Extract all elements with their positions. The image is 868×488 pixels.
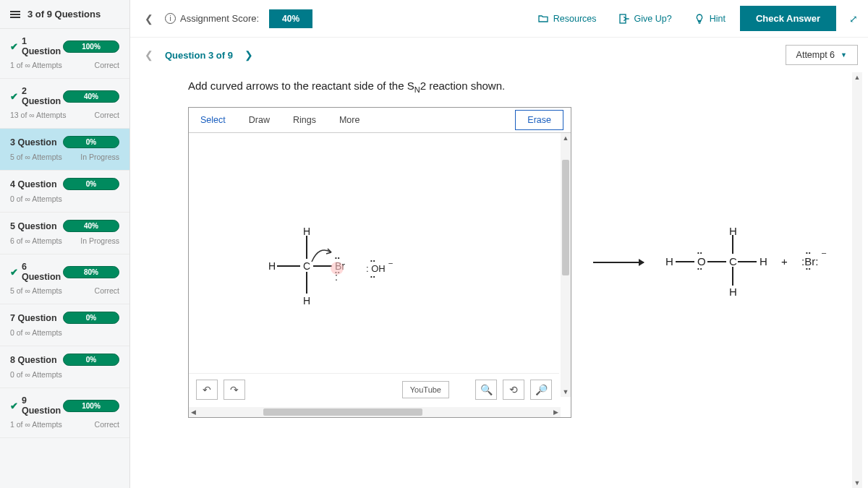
question-prompt: Add curved arrows to the reactant side o… — [188, 80, 846, 94]
hydroxide: •• : OH •• – — [366, 263, 386, 275]
bulb-icon — [694, 13, 705, 25]
svg-rect-0 — [620, 14, 626, 23]
status-label: In Progress — [80, 236, 119, 245]
bond-right — [313, 265, 332, 267]
tab-draw[interactable]: Draw — [237, 108, 281, 132]
check-icon: ✔ — [10, 267, 18, 278]
attempts-label: 0 of ∞ Attempts — [10, 328, 62, 337]
check-answer-button[interactable]: Check Answer — [740, 6, 836, 31]
prod-h1: H — [665, 255, 673, 267]
youtube-button[interactable]: YouTube — [402, 381, 449, 398]
attempt-dropdown[interactable]: Attempt 6 ▼ — [786, 45, 858, 65]
sidebar-item-q6[interactable]: ✔6 Question80%5 of ∞ AttemptsCorrect — [0, 254, 129, 304]
sidebar-item-q5[interactable]: 5 Question40%6 of ∞ AttemptsIn Progress — [0, 213, 129, 254]
percent-pill: 40% — [63, 90, 119, 103]
scroll-left-icon[interactable]: ◀ — [189, 408, 198, 416]
status-label: Correct — [95, 420, 119, 429]
give-up-button[interactable]: Give Up? — [611, 9, 679, 29]
percent-pill: 100% — [63, 400, 119, 412]
sidebar-item-q9[interactable]: ✔9 Question100%1 of ∞ AttemptsCorrect — [0, 388, 129, 438]
resources-button[interactable]: Resources — [530, 9, 604, 29]
exit-icon — [618, 13, 630, 25]
check-icon: ✔ — [10, 401, 18, 411]
negative-charge: – — [388, 259, 393, 267]
canvas-horizontal-scrollbar[interactable]: ◀ ▶ — [189, 407, 561, 417]
attempts-label: 0 of ∞ Attempts — [10, 194, 62, 203]
question-number-label: Question 3 of 9 — [165, 50, 233, 61]
attempts-label: 6 of ∞ Attempts — [10, 236, 62, 245]
content-scroll-down-icon[interactable]: ▼ — [853, 478, 862, 488]
vscroll-thumb[interactable] — [562, 160, 569, 275]
percent-pill: 0% — [63, 312, 119, 324]
editor-toolbar: Select Draw Rings More Erase — [189, 108, 571, 133]
percent-pill: 100% — [63, 40, 119, 53]
attempts-label: 0 of ∞ Attempts — [10, 370, 62, 379]
sidebar-item-q7[interactable]: 7 Question0%0 of ∞ Attempts — [0, 304, 129, 346]
redo-button[interactable]: ↷ — [224, 380, 245, 400]
curved-arrow — [308, 244, 337, 265]
sidebar-item-q1[interactable]: ✔1 Question100%1 of ∞ AttemptsCorrect — [0, 29, 129, 79]
drawing-canvas[interactable]: C H H H Br : •• •• — [189, 133, 571, 417]
check-icon: ✔ — [10, 91, 18, 102]
bond-bottom — [306, 272, 307, 294]
content-vertical-scrollbar[interactable]: ▲ ▼ — [852, 72, 862, 488]
undo-button[interactable]: ↶ — [196, 380, 218, 400]
hscroll-thumb[interactable] — [263, 408, 422, 416]
bond-top — [306, 236, 307, 259]
reaction-arrow-icon — [593, 262, 644, 263]
sidebar-item-q2[interactable]: ✔2 Question40%13 of ∞ AttemptsCorrect — [0, 79, 129, 129]
attempts-label: 5 of ∞ Attempts — [10, 153, 62, 161]
prev-question-chevron[interactable]: ❮ — [140, 46, 158, 64]
status-label: Correct — [95, 286, 119, 295]
erase-button[interactable]: Erase — [515, 110, 563, 130]
structure-editor: Select Draw Rings More Erase C H H H Br … — [188, 107, 571, 418]
question-sidebar: 3 of 9 Questions ✔1 Question100%1 of ∞ A… — [0, 0, 130, 488]
expand-icon[interactable]: ⤢ — [849, 13, 858, 25]
percent-pill: 0% — [63, 136, 119, 148]
attempts-label: 13 of ∞ Attempts — [10, 111, 67, 119]
dropdown-triangle-icon: ▼ — [841, 51, 847, 59]
folder-icon — [537, 13, 549, 25]
main-area: ❮ i Assignment Score: 40% Resources Give… — [130, 0, 868, 488]
zoom-out-button[interactable]: 🔎 — [530, 380, 552, 400]
question-list: ✔1 Question100%1 of ∞ AttemptsCorrect✔2 … — [0, 29, 129, 488]
zoom-reset-button[interactable]: ⟲ — [503, 380, 524, 400]
check-icon: ✔ — [10, 41, 18, 52]
scroll-right-icon[interactable]: ▶ — [551, 408, 561, 416]
attempts-label: 5 of ∞ Attempts — [10, 286, 62, 295]
editor-footer: ↶ ↷ YouTube 🔍 ⟲ 🔎 — [189, 373, 559, 406]
content-area: Add curved arrows to the reactant side o… — [130, 72, 868, 488]
zoom-in-button[interactable]: 🔍 — [475, 380, 497, 400]
canvas-vertical-scrollbar[interactable]: ▲ ▼ — [561, 133, 571, 397]
sidebar-item-q3[interactable]: 3 Question0%5 of ∞ AttemptsIn Progress — [0, 129, 129, 171]
workspace: Select Draw Rings More Erase C H H H Br … — [188, 107, 846, 418]
sidebar-title: 3 of 9 Questions — [27, 9, 101, 20]
atom-h-bottom: H — [303, 295, 310, 307]
tab-more[interactable]: More — [328, 108, 371, 132]
tab-select[interactable]: Select — [189, 108, 237, 132]
status-label: Correct — [95, 61, 119, 69]
next-question-chevron[interactable]: ❯ — [240, 46, 258, 64]
status-label: In Progress — [80, 153, 119, 161]
sidebar-item-q8[interactable]: 8 Question0%0 of ∞ Attempts — [0, 346, 129, 388]
prod-h2: H — [760, 255, 767, 267]
percent-pill: 80% — [63, 266, 119, 278]
tab-rings[interactable]: Rings — [281, 108, 328, 132]
hamburger-icon[interactable] — [10, 11, 20, 18]
prod-h4: H — [729, 286, 737, 298]
sidebar-item-q4[interactable]: 4 Question0%0 of ∞ Attempts — [0, 171, 129, 213]
info-icon[interactable]: i — [165, 13, 176, 24]
scroll-up-icon[interactable]: ▲ — [561, 133, 571, 143]
sidebar-header: 3 of 9 Questions — [0, 0, 129, 29]
percent-pill: 0% — [63, 178, 119, 190]
content-scroll-up-icon[interactable]: ▲ — [853, 72, 862, 82]
product-molecule: H O •• •• C H H H + :Br: •• •• – — [665, 219, 846, 306]
bond-left — [277, 265, 300, 267]
question-nav-bar: ❮ Question 3 of 9 ❯ Attempt 6 ▼ — [130, 38, 868, 72]
prev-chevron-icon[interactable]: ❮ — [140, 10, 158, 27]
bromide-charge: – — [822, 248, 826, 257]
hint-button[interactable]: Hint — [686, 9, 733, 29]
attempts-label: 1 of ∞ Attempts — [10, 61, 62, 69]
top-toolbar: ❮ i Assignment Score: 40% Resources Give… — [130, 0, 868, 38]
scroll-down-icon[interactable]: ▼ — [561, 387, 571, 397]
